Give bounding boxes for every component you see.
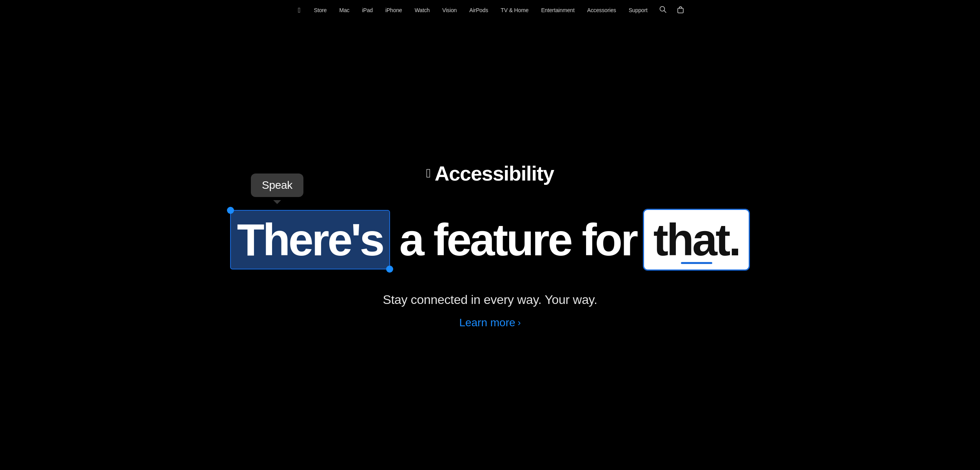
nav-item-store[interactable]: Store: [308, 7, 333, 13]
search-icon[interactable]: [654, 6, 672, 14]
text-cursor: [681, 262, 712, 264]
navigation:  Store Mac iPad iPhone Watch Vision Air…: [0, 0, 980, 20]
learn-more-link[interactable]: Learn more ›: [459, 316, 521, 329]
selection-handle-br: [386, 266, 393, 273]
apple-logo-hero: : [426, 166, 431, 181]
svg-line-1: [664, 11, 666, 13]
selection-handle-tl: [227, 207, 234, 214]
page-title: Accessibility: [435, 162, 554, 185]
nav-item-iphone[interactable]: iPhone: [379, 7, 408, 13]
nav-item-support[interactable]: Support: [622, 7, 654, 13]
page-title-row:  Accessibility: [426, 162, 554, 185]
svg-rect-2: [678, 8, 683, 13]
hero-subtitle: Stay connected in every way. Your way.: [383, 293, 597, 307]
headline-line: There's a feature for that.: [0, 209, 980, 271]
nav-item-ipad[interactable]: iPad: [356, 7, 379, 13]
nav-item-entertainment[interactable]: Entertainment: [535, 7, 581, 13]
nav-item-vision[interactable]: Vision: [436, 7, 463, 13]
headline-theres: There's: [230, 210, 390, 269]
headline-that: that.: [643, 209, 750, 271]
learn-more-chevron-icon: ›: [518, 317, 521, 328]
learn-more-text: Learn more: [459, 316, 515, 329]
nav-item-tv[interactable]: TV & Home: [494, 7, 535, 13]
headline-feature-for: a feature for: [399, 214, 637, 266]
nav-apple-logo[interactable]: : [291, 6, 307, 14]
hero-section:  Accessibility Speak There's a feature …: [0, 0, 980, 470]
headline-that-text: that.: [643, 209, 750, 271]
headline-that-label: that.: [653, 215, 740, 265]
nav-item-accessories[interactable]: Accessories: [581, 7, 622, 13]
nav-item-airpods[interactable]: AirPods: [463, 7, 494, 13]
speak-tooltip: Speak: [251, 174, 303, 197]
nav-item-mac[interactable]: Mac: [333, 7, 356, 13]
nav-item-watch[interactable]: Watch: [408, 7, 436, 13]
headline-theres-text: There's: [230, 210, 390, 269]
bag-icon[interactable]: [672, 6, 689, 15]
headline-area: Speak There's a feature for that.: [0, 209, 980, 271]
